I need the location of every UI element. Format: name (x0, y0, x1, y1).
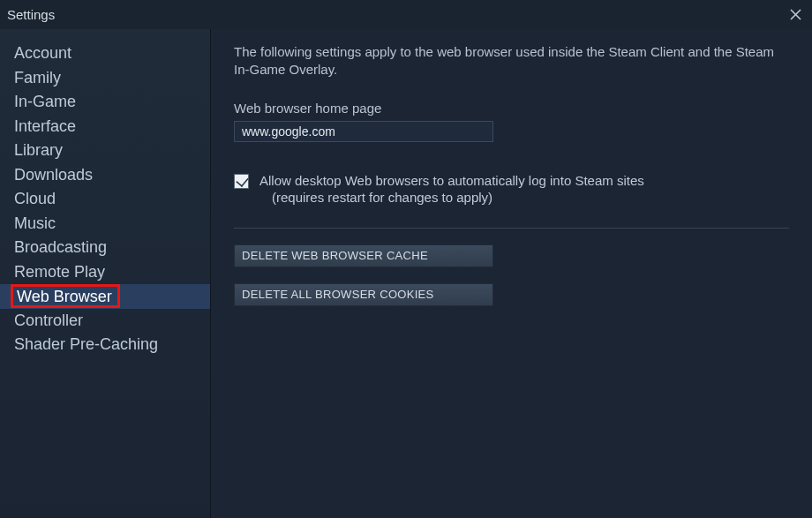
content: Account Family In-Game Interface Library… (0, 29, 812, 518)
sidebar-item-label: Shader Pre-Caching (14, 335, 158, 354)
sidebar-item-downloads[interactable]: Downloads (0, 163, 210, 188)
sidebar-item-label: Account (14, 44, 71, 63)
panel-description: The following settings apply to the web … (234, 43, 789, 79)
sidebar-item-library[interactable]: Library (0, 139, 210, 163)
auto-login-line2: (requires restart for changes to apply) (259, 189, 644, 206)
homepage-input[interactable] (234, 121, 493, 142)
titlebar: Settings (0, 0, 812, 29)
auto-login-row: Allow desktop Web browsers to automatica… (234, 172, 789, 206)
homepage-label: Web browser home page (234, 101, 789, 116)
sidebar-item-label: Controller (14, 312, 83, 330)
sidebar: Account Family In-Game Interface Library… (0, 29, 211, 518)
sidebar-item-label: In-Game (14, 93, 76, 111)
auto-login-checkbox[interactable] (234, 174, 249, 189)
auto-login-label: Allow desktop Web browsers to automatica… (259, 172, 644, 206)
sidebar-item-interface[interactable]: Interface (0, 115, 210, 139)
delete-cookies-button[interactable]: DELETE ALL BROWSER COOKIES (234, 283, 493, 306)
divider (234, 228, 789, 229)
sidebar-item-web-browser[interactable]: Web Browser (0, 284, 210, 309)
sidebar-item-label: Web Browser (11, 284, 120, 308)
minimize-icon (767, 10, 778, 20)
minimize-button[interactable] (763, 5, 782, 25)
auto-login-line1: Allow desktop Web browsers to automatica… (259, 173, 644, 188)
sidebar-item-broadcasting[interactable]: Broadcasting (0, 236, 210, 260)
sidebar-item-remote-play[interactable]: Remote Play (0, 260, 210, 285)
sidebar-item-shader-pre-caching[interactable]: Shader Pre-Caching (0, 333, 210, 357)
sidebar-item-label: Cloud (14, 190, 56, 208)
sidebar-item-account[interactable]: Account (0, 41, 210, 66)
main-panel: The following settings apply to the web … (211, 29, 812, 518)
delete-cache-button[interactable]: DELETE WEB BROWSER CACHE (234, 244, 493, 267)
sidebar-item-label: Broadcasting (14, 238, 107, 257)
sidebar-item-label: Music (14, 214, 56, 233)
sidebar-item-label: Library (14, 141, 63, 160)
sidebar-item-in-game[interactable]: In-Game (0, 90, 210, 115)
window-title: Settings (7, 7, 55, 22)
sidebar-item-family[interactable]: Family (0, 66, 210, 91)
sidebar-item-controller[interactable]: Controller (0, 309, 210, 334)
sidebar-item-music[interactable]: Music (0, 212, 210, 236)
sidebar-item-label: Interface (14, 117, 76, 136)
close-button[interactable] (786, 5, 805, 25)
sidebar-item-label: Remote Play (14, 263, 105, 282)
close-icon (790, 9, 801, 20)
sidebar-item-label: Family (14, 69, 61, 87)
sidebar-item-label: Downloads (14, 166, 93, 184)
sidebar-item-cloud[interactable]: Cloud (0, 187, 210, 212)
